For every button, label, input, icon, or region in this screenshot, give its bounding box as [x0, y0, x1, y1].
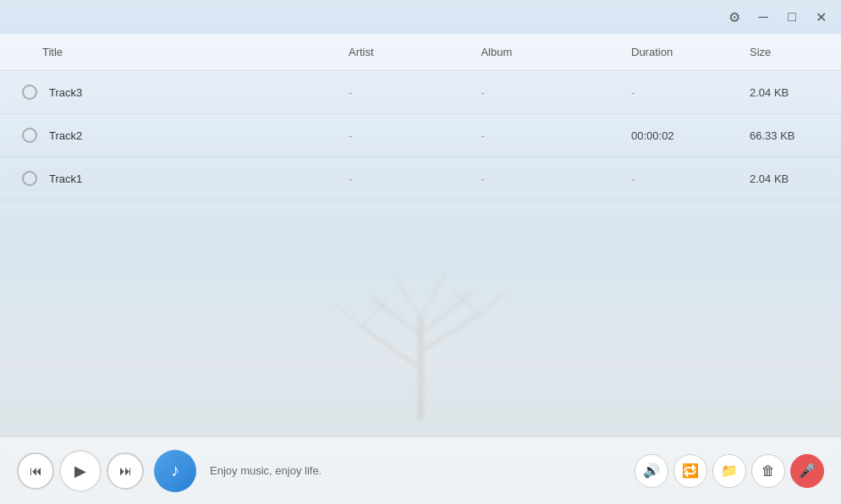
repeat-button[interactable]: 🔁	[673, 454, 707, 488]
track-title-cell: Track2	[0, 114, 338, 157]
table-header-row: Title Artist Album Duration Size	[0, 34, 841, 71]
right-controls: 🔊 🔁 📁 🗑 🎤	[635, 454, 824, 488]
main-window: ⚙ ─ □ ✕ Title Artist Album Duration Size	[0, 0, 841, 504]
music-note-icon: ♪	[171, 461, 179, 480]
titlebar: ⚙ ─ □ ✕	[0, 0, 841, 34]
mic-button[interactable]: 🎤	[790, 454, 824, 488]
track-album-cell: -	[470, 114, 621, 157]
track-list-area: Title Artist Album Duration Size Track3 …	[0, 34, 841, 436]
track-duration-cell: 00:00:02	[621, 114, 739, 157]
trash-icon: 🗑	[761, 463, 775, 479]
now-playing-text: Enjoy music, enjoy life.	[210, 464, 635, 477]
track-title-cell: Track3	[0, 71, 338, 114]
maximize-button[interactable]: □	[778, 3, 805, 30]
track-select-radio[interactable]	[22, 171, 37, 186]
col-header-title[interactable]: Title	[0, 34, 338, 71]
player-bar: ⏮ ▶ ⏭ ♪ Enjoy music, enjoy life. 🔊 🔁 📁	[0, 436, 841, 504]
next-icon: ⏭	[119, 463, 132, 478]
play-icon: ▶	[74, 462, 86, 480]
minimize-button[interactable]: ─	[750, 3, 777, 30]
track-title-cell: Track1	[0, 157, 338, 200]
table-row[interactable]: Track3 - - - 2.04 KB	[0, 71, 841, 114]
album-art: ♪	[154, 450, 196, 492]
folder-button[interactable]: 📁	[712, 454, 746, 488]
track-artist-cell: -	[338, 157, 470, 200]
track-table-body: Track3 - - - 2.04 KB Track2 - - 00:00:02…	[0, 71, 841, 200]
table-row[interactable]: Track2 - - 00:00:02 66.33 KB	[0, 114, 841, 157]
col-header-size[interactable]: Size	[739, 34, 841, 71]
track-name-label: Track2	[49, 129, 82, 142]
next-button[interactable]: ⏭	[107, 452, 144, 490]
col-header-artist[interactable]: Artist	[338, 34, 470, 71]
track-size-cell: 66.33 KB	[739, 114, 841, 157]
delete-button[interactable]: 🗑	[751, 454, 785, 488]
track-duration-cell: -	[621, 157, 739, 200]
track-select-radio[interactable]	[22, 128, 37, 143]
track-album-cell: -	[470, 157, 621, 200]
prev-icon: ⏮	[30, 463, 42, 478]
folder-icon: 📁	[721, 463, 738, 479]
track-duration-cell: -	[621, 71, 739, 114]
prev-button[interactable]: ⏮	[17, 452, 54, 490]
col-header-album[interactable]: Album	[470, 34, 621, 71]
settings-button[interactable]: ⚙	[721, 3, 748, 30]
volume-icon: 🔊	[643, 463, 660, 479]
col-header-duration[interactable]: Duration	[621, 34, 739, 71]
volume-button[interactable]: 🔊	[635, 454, 668, 488]
track-size-cell: 2.04 KB	[739, 71, 841, 114]
track-album-cell: -	[470, 71, 621, 114]
playback-controls: ⏮ ▶ ⏭	[17, 450, 144, 492]
track-select-radio[interactable]	[22, 85, 37, 100]
track-size-cell: 2.04 KB	[739, 157, 841, 200]
track-name-label: Track3	[49, 86, 82, 99]
table-row[interactable]: Track1 - - - 2.04 KB	[0, 157, 841, 200]
play-button[interactable]: ▶	[59, 450, 102, 492]
track-table: Title Artist Album Duration Size Track3 …	[0, 34, 841, 200]
track-name-label: Track1	[49, 173, 82, 185]
track-artist-cell: -	[338, 71, 470, 114]
track-artist-cell: -	[338, 114, 470, 157]
repeat-icon: 🔁	[682, 463, 699, 479]
close-button[interactable]: ✕	[807, 3, 834, 30]
mic-icon: 🎤	[799, 463, 816, 479]
